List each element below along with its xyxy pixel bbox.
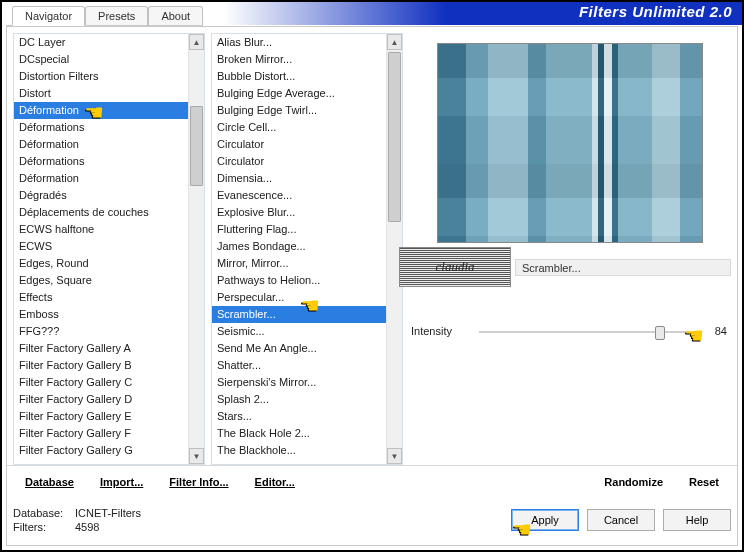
filter-item[interactable]: The Blackhole...: [212, 442, 386, 459]
intensity-row: Intensity 84: [409, 325, 731, 337]
filter-title-row: claudia Scrambler...: [399, 247, 731, 287]
link-bar: Database Import... Filter Info... Editor…: [7, 465, 737, 497]
category-item[interactable]: Filter Factory Gallery B: [14, 357, 188, 374]
scroll-down-icon[interactable]: ▼: [189, 448, 204, 464]
filter-info-link[interactable]: Filter Info...: [169, 476, 228, 488]
preview-column: claudia Scrambler... Intensity 84: [409, 33, 731, 465]
tab-about[interactable]: About: [148, 6, 203, 25]
filter-item[interactable]: Seismic...: [212, 323, 386, 340]
tab-strip: NavigatorPresetsAbout: [6, 4, 203, 26]
category-item[interactable]: Distortion Filters: [14, 68, 188, 85]
category-item[interactable]: Filter Factory Gallery F: [14, 425, 188, 442]
category-item[interactable]: Filter Factory Gallery A: [14, 340, 188, 357]
scroll-down-icon[interactable]: ▼: [387, 448, 402, 464]
editor-link[interactable]: Editor...: [255, 476, 295, 488]
category-item[interactable]: Edges, Round: [14, 255, 188, 272]
status-database-value: ICNET-Filters: [75, 506, 141, 520]
window-title: Filters Unlimited 2.0: [579, 3, 732, 20]
filter-item[interactable]: The Black Hole 2...: [212, 425, 386, 442]
category-item[interactable]: Filter Factory Gallery C: [14, 374, 188, 391]
filter-item[interactable]: Circulator: [212, 153, 386, 170]
category-item[interactable]: Emboss: [14, 306, 188, 323]
logo-badge: claudia: [399, 247, 511, 287]
filter-item[interactable]: Dimensia...: [212, 170, 386, 187]
category-list[interactable]: DC LayerDCspecialDistortion FiltersDisto…: [13, 33, 205, 465]
database-link[interactable]: Database: [25, 476, 74, 488]
filter-item[interactable]: Shatter...: [212, 357, 386, 374]
scroll-up-icon[interactable]: ▲: [387, 34, 402, 50]
filter-item[interactable]: Bulging Edge Average...: [212, 85, 386, 102]
category-item[interactable]: Edges, Square: [14, 272, 188, 289]
status-filters-value: 4598: [75, 520, 99, 534]
status-filters-label: Filters:: [13, 520, 67, 534]
apply-button[interactable]: Apply: [511, 509, 579, 531]
category-item[interactable]: Déformations: [14, 119, 188, 136]
tab-navigator[interactable]: Navigator: [12, 6, 85, 26]
filter-item[interactable]: Perspecular...: [212, 289, 386, 306]
preview-image: [437, 43, 703, 243]
filter-item[interactable]: Send Me An Angle...: [212, 340, 386, 357]
category-item[interactable]: Déformation: [14, 136, 188, 153]
category-item[interactable]: FFG???: [14, 323, 188, 340]
category-item[interactable]: Effects: [14, 289, 188, 306]
category-item[interactable]: Distort: [14, 85, 188, 102]
intensity-value: 84: [703, 325, 727, 337]
filter-item[interactable]: Scrambler...: [212, 306, 386, 323]
category-item[interactable]: Filter Factory Gallery D: [14, 391, 188, 408]
category-item[interactable]: Filter Factory Gallery E: [14, 408, 188, 425]
filter-item[interactable]: Mirror, Mirror...: [212, 255, 386, 272]
filter-item[interactable]: Bulging Edge Twirl...: [212, 102, 386, 119]
filter-item[interactable]: Splash 2...: [212, 391, 386, 408]
scroll-thumb[interactable]: [388, 52, 401, 222]
category-item[interactable]: Déformation: [14, 102, 188, 119]
category-item[interactable]: DC Layer: [14, 34, 188, 51]
filter-item[interactable]: Pathways to Helion...: [212, 272, 386, 289]
intensity-label: Intensity: [411, 325, 471, 337]
randomize-link[interactable]: Randomize: [604, 476, 663, 488]
help-button[interactable]: Help: [663, 509, 731, 531]
category-item[interactable]: Déformations: [14, 153, 188, 170]
cancel-button[interactable]: Cancel: [587, 509, 655, 531]
filter-item[interactable]: Explosive Blur...: [212, 204, 386, 221]
import-link[interactable]: Import...: [100, 476, 143, 488]
filter-item[interactable]: Sierpenski's Mirror...: [212, 374, 386, 391]
category-scrollbar[interactable]: ▲ ▼: [188, 34, 204, 464]
intensity-slider[interactable]: [479, 331, 695, 333]
navigator-panel: DC LayerDCspecialDistortion FiltersDisto…: [6, 26, 738, 546]
category-item[interactable]: ECWS halftone: [14, 221, 188, 238]
filter-item[interactable]: Bubble Distort...: [212, 68, 386, 85]
selected-filter-name: Scrambler...: [515, 259, 731, 276]
scroll-up-icon[interactable]: ▲: [189, 34, 204, 50]
columns: DC LayerDCspecialDistortion FiltersDisto…: [7, 27, 737, 465]
status-text: Database: ICNET-Filters Filters: 4598: [13, 506, 313, 534]
reset-link[interactable]: Reset: [689, 476, 719, 488]
filter-item[interactable]: Alias Blur...: [212, 34, 386, 51]
category-item[interactable]: ECWS: [14, 238, 188, 255]
scroll-thumb[interactable]: [190, 106, 203, 186]
filter-list[interactable]: Alias Blur...Broken Mirror...Bubble Dist…: [211, 33, 403, 465]
tab-presets[interactable]: Presets: [85, 6, 148, 25]
filter-item[interactable]: Broken Mirror...: [212, 51, 386, 68]
category-item[interactable]: Déplacements de couches: [14, 204, 188, 221]
filter-item[interactable]: Circulator: [212, 136, 386, 153]
category-item[interactable]: Dégradés: [14, 187, 188, 204]
filter-item[interactable]: Stars...: [212, 408, 386, 425]
filter-item[interactable]: James Bondage...: [212, 238, 386, 255]
category-item[interactable]: Filter Factory Gallery G: [14, 442, 188, 459]
filter-item[interactable]: Circle Cell...: [212, 119, 386, 136]
logo-text: claudia: [436, 259, 475, 275]
status-database-label: Database:: [13, 506, 67, 520]
category-item[interactable]: DCspecial: [14, 51, 188, 68]
slider-thumb[interactable]: [655, 326, 665, 340]
dialog-bottom: Database: ICNET-Filters Filters: 4598 Ap…: [13, 499, 731, 541]
filter-item[interactable]: Fluttering Flag...: [212, 221, 386, 238]
category-item[interactable]: Déformation: [14, 170, 188, 187]
filter-item[interactable]: Evanescence...: [212, 187, 386, 204]
